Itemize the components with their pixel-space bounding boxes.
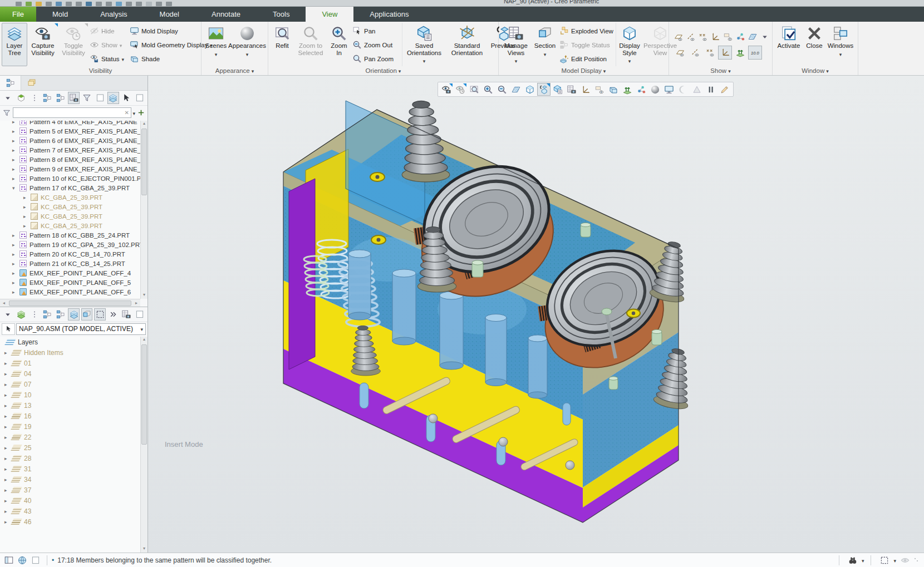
expander-icon[interactable] <box>12 270 18 276</box>
expander-icon[interactable] <box>12 138 18 144</box>
tree-toolbar-icon[interactable] <box>55 92 67 104</box>
windows-button[interactable]: Windows <box>825 23 856 66</box>
graphics-toolbar-icon[interactable] <box>690 83 704 96</box>
graphics-toolbar-icon[interactable] <box>621 83 634 96</box>
layer-item[interactable]: Hidden Items <box>0 347 140 358</box>
layer-item[interactable]: 07 <box>0 379 140 389</box>
layer-item[interactable]: 34 <box>0 474 140 485</box>
hide-button[interactable]: Hide <box>89 24 129 38</box>
layer-item[interactable]: 01 <box>0 358 140 368</box>
close-button[interactable]: Close <box>803 23 825 66</box>
graphics-toolbar-icon[interactable] <box>565 83 578 96</box>
statusbar-icon[interactable] <box>2 554 16 566</box>
expander-icon[interactable] <box>12 280 18 285</box>
expander-icon[interactable] <box>4 424 11 430</box>
tree-item[interactable]: Pattern 9 of EMX_REF_AXIS_PLANE_OFF <box>0 164 140 174</box>
clear-filter-icon[interactable] <box>124 110 131 116</box>
scroll-left-icon[interactable] <box>0 300 8 305</box>
tree-item[interactable]: KC_GBA_25_39.PRT <box>0 193 140 202</box>
expander-icon[interactable] <box>12 129 18 134</box>
graphics-toolbar-icon[interactable] <box>551 83 564 96</box>
selection-filter-icon[interactable] <box>878 554 891 566</box>
layer-vertical-scrollbar[interactable] <box>140 337 148 553</box>
tree-item[interactable]: Pattern 10 of KC_EJECTOR_PIN001.PRT <box>0 174 140 183</box>
show-toggle-icon[interactable] <box>735 30 746 44</box>
section-button[interactable]: Section <box>532 23 558 66</box>
qat-icon[interactable] <box>146 2 152 6</box>
show-toggle-icon[interactable] <box>688 46 702 60</box>
toggle-status-button[interactable]: Toggle Status <box>558 38 616 52</box>
layer-item[interactable]: 25 <box>0 442 140 453</box>
graphics-toolbar-icon[interactable] <box>635 83 648 96</box>
status-button[interactable]: Status <box>89 52 129 66</box>
expander-icon[interactable] <box>12 233 18 238</box>
qat-icon[interactable] <box>136 2 142 6</box>
chevron-down-icon[interactable] <box>862 556 864 564</box>
layer-toolbar-icon[interactable] <box>55 308 67 321</box>
chevron-down-icon[interactable] <box>893 556 896 564</box>
layer-toolbar-icon[interactable] <box>42 308 53 321</box>
tree-toolbar-icon[interactable] <box>68 92 80 104</box>
expander-icon[interactable] <box>12 157 18 162</box>
show-toggle-icon[interactable] <box>685 30 696 44</box>
expander-icon[interactable] <box>12 121 18 125</box>
expander-icon[interactable] <box>12 185 18 191</box>
layer-item[interactable]: 04 <box>0 368 140 379</box>
select-arrow-icon[interactable] <box>2 323 15 335</box>
zoom-in-button[interactable]: Zoom In <box>327 23 351 66</box>
graphics-toolbar-icon[interactable] <box>537 83 551 96</box>
scroll-down-icon[interactable] <box>141 292 148 299</box>
layer-tree-button[interactable]: Layer Tree <box>2 23 27 66</box>
scroll-up-icon[interactable] <box>141 121 148 127</box>
scroll-down-icon[interactable] <box>141 546 148 553</box>
qat-icon[interactable] <box>156 2 162 6</box>
show-toggle-icon[interactable] <box>733 46 747 60</box>
perspective-view-button[interactable]: Perspective View <box>643 23 677 66</box>
graphics-viewport[interactable]: Insert Mode <box>148 76 924 553</box>
layer-toolbar-icon[interactable] <box>94 308 106 321</box>
tree-item[interactable]: Pattern 19 of KC_GPA_25_39_102.PRT <box>0 240 140 249</box>
tree-item[interactable]: KC_GBA_25_39.PRT <box>0 221 140 230</box>
qat-icon[interactable] <box>86 2 92 6</box>
tree-toolbar-icon[interactable] <box>107 92 119 104</box>
tree-item[interactable]: EMX_REF_POINT_PLANE_OFF_6 <box>0 287 140 297</box>
tree-toolbar-icon[interactable] <box>121 92 132 104</box>
statusbar-icon[interactable] <box>29 554 42 566</box>
expander-icon[interactable] <box>4 456 11 461</box>
qat-icon[interactable] <box>26 2 32 6</box>
expander-icon[interactable] <box>12 261 18 267</box>
layer-toolbar-icon[interactable] <box>16 308 27 321</box>
qat-icon[interactable] <box>96 2 102 6</box>
layer-item[interactable]: 22 <box>0 432 140 442</box>
expander-icon[interactable] <box>4 350 11 356</box>
display-style-button[interactable]: Display Style <box>616 23 643 66</box>
graphics-toolbar-icon[interactable] <box>607 83 620 96</box>
expander-icon[interactable] <box>4 361 11 366</box>
manage-views-button[interactable]: Manage Views <box>500 23 532 66</box>
graphics-toolbar-icon[interactable] <box>468 83 481 96</box>
tab-model-tree[interactable] <box>0 76 21 90</box>
graphics-toolbar-icon[interactable] <box>662 83 676 96</box>
ribbon-tab[interactable]: File <box>0 7 36 22</box>
layer-item[interactable]: 16 <box>0 411 140 421</box>
tree-item[interactable]: Pattern 21 of KC_CB_14_25.PRT <box>0 259 140 268</box>
show-toggle-icon[interactable] <box>710 30 721 44</box>
show-button[interactable]: Show <box>89 38 129 52</box>
graphics-toolbar-icon[interactable] <box>495 83 509 96</box>
pan-zoom-button[interactable]: Pan Zoom <box>351 52 402 66</box>
capture-visibility-button[interactable]: Capture Visibility <box>27 23 58 66</box>
layer-item[interactable]: 40 <box>0 495 140 506</box>
expander-icon[interactable] <box>12 289 18 295</box>
toggle-visibility-button[interactable]: Toggle Visibility <box>58 23 89 66</box>
tree-item[interactable]: Pattern 7 of EMX_REF_AXIS_PLANE_OFF <box>0 145 140 155</box>
layer-item[interactable]: 31 <box>0 464 140 474</box>
graphics-toolbar-icon[interactable] <box>481 83 495 96</box>
layer-toolbar-icon[interactable] <box>28 308 40 321</box>
scroll-right-icon[interactable] <box>132 300 140 305</box>
expander-icon[interactable] <box>23 223 30 229</box>
tree-item[interactable]: EMX_REF_POINT_PLANE_OFF_5 <box>0 278 140 287</box>
ribbon-tab[interactable]: Model <box>144 7 195 22</box>
qat-icon[interactable] <box>116 2 122 6</box>
show-toggle-icon[interactable] <box>673 30 684 44</box>
standard-orientation-button[interactable]: Standard Orientation <box>446 23 488 66</box>
